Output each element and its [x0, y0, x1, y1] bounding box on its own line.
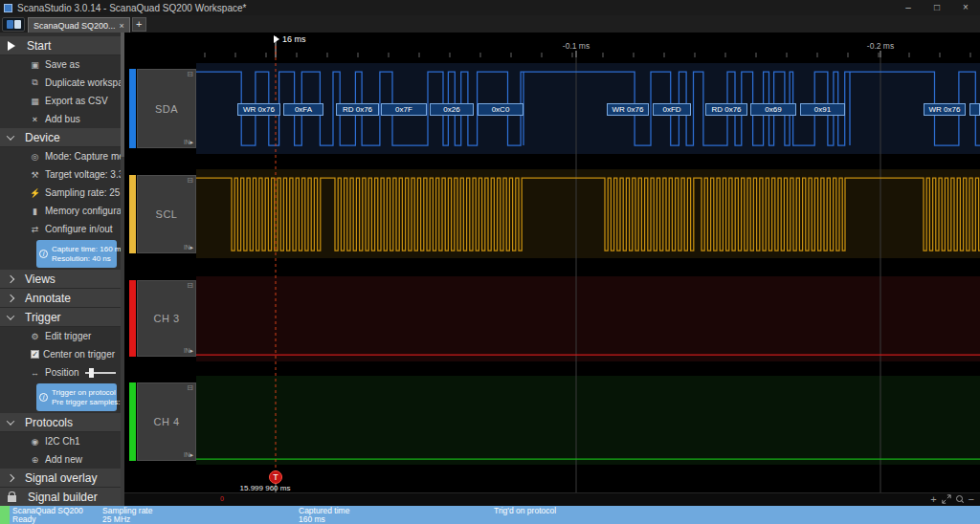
sidebar-item-add-bus[interactable]: × Add bus	[0, 110, 124, 128]
capture-info-text: Capture time: 160 msResolution: 40 ns	[52, 245, 124, 263]
i2c-annotation[interactable]: 0x69	[750, 103, 796, 116]
sidebar-item-position[interactable]: ↔ Position	[0, 363, 124, 382]
sidebar-item-sampling-rate[interactable]: ⚡ Sampling rate: 25 MHz	[0, 184, 124, 202]
waveform-panel[interactable]: 16 ms -0.1 ms -0.2 ms ⊟ SDA IN▸ ⊟ SCL IN…	[124, 33, 980, 506]
section-label: Signal builder	[28, 491, 98, 504]
sidebar-section-signal-builder[interactable]: Signal builder	[0, 488, 124, 506]
workspace-icon-right	[14, 20, 21, 29]
channel-colorbar-scl[interactable]	[129, 175, 136, 253]
capture-info-box[interactable]: i Capture time: 160 msResolution: 40 ns	[36, 240, 117, 268]
add-bus-icon: ×	[29, 115, 41, 124]
channel-direction: IN▸	[184, 139, 193, 146]
sidebar-item-export-as-csv[interactable]: ▦ Export as CSV	[0, 92, 124, 110]
overview-bar[interactable]	[124, 492, 980, 506]
zoom-controls: + −	[930, 494, 974, 504]
sidebar-item-memory-configuration[interactable]: ▮ Memory configuration	[0, 202, 124, 220]
sidebar-section-start[interactable]: Start	[0, 36, 124, 55]
sidebar-item-center-on-trigger[interactable]: ✓ Center on trigger	[0, 345, 124, 363]
i2c-annotation[interactable]: 0xC0	[478, 103, 523, 116]
sidebar-item-mode[interactable]: ◎ Mode: Capture mode	[0, 147, 124, 165]
i2c-annotation[interactable]	[969, 103, 980, 116]
workspace-icon-left	[7, 20, 13, 29]
sidebar-section-annotate[interactable]: Annotate	[0, 289, 124, 308]
gear-icon: ⚙	[29, 332, 41, 341]
title-bar[interactable]: ScanaStudio 3.0.14 - ScanaQuad SQ200 Wor…	[0, 0, 980, 15]
collapse-icon[interactable]: ⊟	[187, 70, 193, 78]
sidebar-section-protocols[interactable]: Protocols	[0, 413, 124, 432]
collapse-icon[interactable]: ⊟	[187, 176, 193, 185]
i2c-annotation[interactable]: 0x91	[800, 103, 845, 116]
checkbox-checked-icon[interactable]: ✓	[31, 350, 39, 359]
item-label: Sampling rate: 25 MHz	[45, 187, 124, 198]
minimize-button[interactable]: –	[894, 0, 923, 15]
trigger-flag[interactable]: 16 ms	[274, 34, 306, 44]
channel-colorbar-ch4[interactable]	[129, 382, 136, 461]
item-label: Add new	[45, 454, 82, 465]
trigger-position-label: 16 ms	[282, 34, 306, 44]
sidebar-section-views[interactable]: Views	[0, 270, 124, 289]
sidebar-item-add-new[interactable]: ⊕ Add new	[0, 450, 124, 469]
device-status-indicator	[0, 506, 10, 524]
channel-colorbar-ch3[interactable]	[129, 280, 136, 357]
chevron-right-icon	[7, 473, 14, 481]
i2c-annotation[interactable]: WR 0x76	[237, 103, 280, 116]
channel-header-ch3[interactable]: ⊟ CH 3 IN▸	[137, 280, 196, 357]
i2c-annotation[interactable]: 0x26	[430, 103, 474, 116]
channel-name: CH 3	[138, 313, 195, 324]
tab-scanaquad-workspace[interactable]: ScanaQuad SQ200... ×	[28, 17, 130, 33]
sidebar-item-i2c-ch1[interactable]: ◉ I2C Ch1	[0, 432, 124, 450]
maximize-button[interactable]: □	[923, 0, 951, 15]
device-state: Ready	[12, 515, 83, 524]
status-bar: ScanaQuad SQ200 Ready Sampling rate 25 M…	[0, 506, 980, 524]
channel-direction: IN▸	[184, 244, 193, 251]
collapse-icon[interactable]: ⊟	[187, 383, 193, 392]
i2c-annotation[interactable]: 0xFA	[283, 103, 323, 116]
i2c-annotation[interactable]: 0x7F	[381, 103, 427, 116]
collapse-icon[interactable]: ⊟	[187, 281, 193, 290]
resolution-text: Resolution: 40 ns	[52, 254, 111, 263]
channel-header-ch4[interactable]: ⊟ CH 4 IN▸	[137, 382, 196, 461]
arrow-icon: ▸	[189, 451, 193, 458]
signal-trace-scl	[196, 178, 980, 251]
tab-close-icon[interactable]: ×	[120, 21, 124, 31]
i2c-annotation[interactable]: WR 0x76	[607, 103, 649, 116]
sidebar-item-target-voltage[interactable]: ⚒ Target voltage: 3.3 V	[0, 165, 124, 184]
section-label: Signal overlay	[25, 471, 97, 485]
sidebar-item-configure-in-out[interactable]: ⇄ Configure in/out	[0, 220, 124, 238]
overview-trigger-position: 0	[220, 495, 224, 502]
i2c-annotation[interactable]: RD 0x76	[705, 103, 747, 116]
sidebar-item-duplicate-workspace[interactable]: ⧉ Duplicate workspace	[0, 74, 124, 92]
slider-thumb[interactable]	[89, 368, 94, 378]
close-button[interactable]: ×	[951, 0, 980, 15]
fit-view-icon[interactable]	[942, 494, 951, 504]
sidebar-item-save-as[interactable]: ▣ Save as	[0, 55, 124, 74]
channel-colorbar-sda[interactable]	[129, 69, 136, 148]
i2c-annotation[interactable]: 0xFD	[653, 103, 691, 116]
trigger-marker[interactable]: T	[269, 470, 282, 484]
channel-header-scl[interactable]: ⊟ SCL IN▸	[137, 175, 196, 253]
sidebar-item-edit-trigger[interactable]: ⚙ Edit trigger	[0, 327, 124, 345]
new-tab-button[interactable]: +	[132, 17, 146, 32]
tab-label: ScanaQuad SQ200...	[33, 21, 116, 31]
i2c-annotation[interactable]: WR 0x76	[924, 103, 966, 116]
channel-header-sda[interactable]: ⊟ SDA IN▸	[137, 69, 196, 148]
i2c-annotation[interactable]: RD 0x76	[336, 103, 379, 116]
chevron-down-icon	[7, 132, 14, 140]
channel-name: CH 4	[138, 416, 195, 427]
trigger-on-protocol-text: Trigger on protocol	[52, 388, 116, 397]
item-label: Configure in/out	[45, 224, 113, 234]
workspace-icon[interactable]	[2, 17, 25, 32]
trigger-info-text: Trigger on protocolPre trigger samples: …	[52, 388, 124, 406]
window-title: ScanaStudio 3.0.14 - ScanaQuad SQ200 Wor…	[17, 3, 894, 13]
item-label: Add bus	[45, 114, 80, 124]
sidebar-section-signal-overlay[interactable]: Signal overlay	[0, 469, 124, 488]
sidebar-section-device[interactable]: Device	[0, 128, 124, 147]
trigger-time-label: 15.999 960 ms	[222, 484, 308, 492]
sidebar-section-trigger[interactable]: Trigger	[0, 308, 124, 327]
zoom-in-button[interactable]: +	[930, 494, 936, 504]
magnifier-icon[interactable]	[956, 495, 964, 503]
zoom-out-button[interactable]: −	[969, 494, 974, 504]
trigger-info-box[interactable]: i Trigger on protocolPre trigger samples…	[36, 383, 117, 411]
channel-name: SCL	[138, 208, 195, 220]
position-slider[interactable]	[85, 372, 116, 374]
